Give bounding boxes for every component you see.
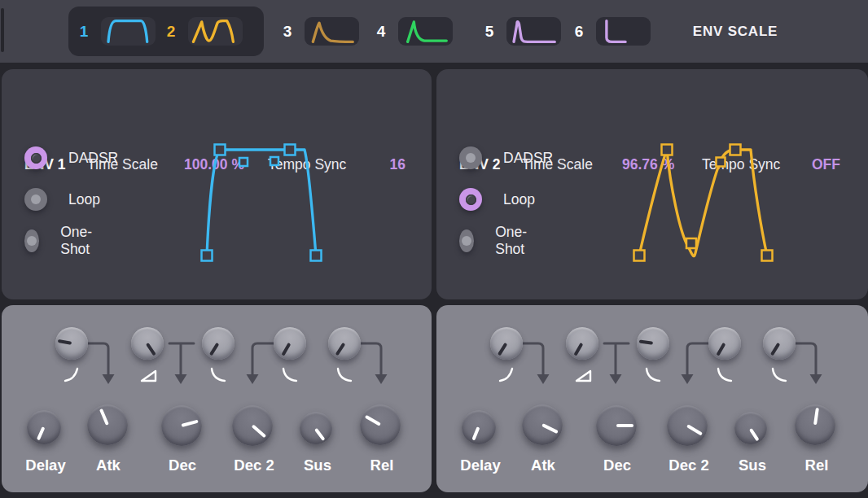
tab-number: 6 — [572, 23, 586, 41]
decay2-label: Dec 2 — [669, 455, 708, 476]
env1-thumbnail[interactable] — [101, 17, 156, 46]
curve-handle[interactable] — [285, 145, 296, 155]
env1-attack-knob[interactable] — [87, 404, 128, 445]
env2-delay-knob[interactable] — [462, 410, 496, 444]
env1-sustain-knob[interactable] — [300, 412, 332, 444]
mode-dadsr[interactable]: DADSR — [24, 146, 118, 169]
env1-decay-knob[interactable] — [161, 405, 202, 446]
curve-handle[interactable] — [202, 251, 213, 261]
radio-button[interactable] — [459, 229, 474, 252]
knob-pointer — [37, 426, 45, 440]
mode-one-shot[interactable]: One-Shot — [24, 229, 100, 252]
curve-handle[interactable] — [686, 238, 696, 248]
env-tab-3[interactable]: 3 — [280, 0, 359, 63]
env4-mini-curve — [408, 22, 447, 42]
curve-handle[interactable] — [311, 251, 322, 261]
mode-label: One-Shot — [60, 224, 100, 258]
env-tab-1[interactable]: 1 — [77, 0, 156, 63]
delay-label: Delay — [460, 455, 500, 476]
env1-curve-knob-2[interactable] — [131, 327, 164, 360]
curve-handle[interactable] — [634, 251, 645, 261]
release-label: Rel — [370, 455, 394, 476]
knob-pointer — [315, 428, 326, 441]
tempo-sync-value[interactable]: 16 — [390, 154, 406, 175]
mode-label: Loop — [68, 191, 100, 208]
decay-curve-icon — [773, 369, 786, 381]
radio-button[interactable] — [24, 146, 47, 169]
down-arrow-icon — [682, 374, 694, 384]
env6-thumbnail[interactable] — [596, 17, 651, 46]
attack-label: Atk — [531, 455, 555, 476]
env1-curve-knob-5[interactable] — [328, 327, 361, 360]
env1-curve — [207, 150, 316, 256]
env4-thumbnail[interactable] — [398, 17, 453, 46]
env-tab-2[interactable]: 2 — [164, 0, 243, 63]
env3-mini-curve — [313, 23, 353, 42]
env2-decay2-knob[interactable] — [667, 405, 708, 446]
knob-pointer — [146, 343, 156, 356]
down-arrow-icon — [175, 374, 187, 384]
radio-button[interactable] — [24, 229, 39, 252]
radio-button[interactable] — [459, 146, 482, 169]
mode-label: DADSR — [68, 150, 118, 167]
curve-handle[interactable] — [239, 158, 248, 166]
curve-handle[interactable] — [730, 145, 741, 155]
down-arrow-icon — [375, 374, 388, 384]
knob-pointer — [99, 408, 109, 426]
env2-mini-curve — [193, 21, 233, 42]
env2-release-knob[interactable] — [795, 404, 835, 445]
env1-curve-knob-4[interactable] — [274, 327, 306, 360]
knob-pointer — [498, 343, 507, 356]
env2-curve-editor[interactable] — [616, 138, 778, 269]
env2-panel: ENV 2 Time Scale 96.76 % Tempo Sync OFF … — [436, 69, 868, 299]
attack-curve-icon — [500, 369, 512, 381]
decay-curve-icon — [718, 369, 731, 381]
curve-handle[interactable] — [762, 251, 773, 261]
env1-curve-editor[interactable] — [181, 138, 344, 269]
curve-handle[interactable] — [717, 158, 726, 167]
env-tab-5[interactable]: 5 — [482, 0, 561, 63]
decay2-label: Dec 2 — [234, 455, 274, 476]
env2-sustain-knob[interactable] — [734, 412, 767, 444]
env5-thumbnail[interactable] — [506, 17, 561, 46]
tempo-sync-value[interactable]: OFF — [812, 154, 840, 175]
down-arrow-icon — [103, 374, 115, 384]
env3-thumbnail[interactable] — [305, 17, 359, 46]
env1-delay-knob[interactable] — [27, 410, 61, 444]
env-scale-button[interactable]: ENV SCALE — [682, 0, 788, 63]
tab-number: 4 — [374, 23, 388, 41]
curve-handle[interactable] — [215, 145, 226, 155]
env2-attack-knob[interactable] — [522, 404, 563, 445]
left-accent-bar — [1, 8, 4, 52]
env2-curve-knob-4[interactable] — [708, 327, 741, 360]
env2-curve-knob-1[interactable] — [490, 327, 523, 360]
down-arrow-icon — [810, 374, 822, 384]
knob-pointer — [365, 415, 381, 426]
knob-pointer — [770, 343, 780, 356]
env2-thumbnail[interactable] — [188, 17, 243, 46]
knob-pointer — [541, 423, 559, 434]
env1-decay2-knob[interactable] — [232, 405, 273, 446]
curve-handle[interactable] — [270, 157, 278, 165]
attack-curve-icon — [65, 369, 77, 381]
mode-loop[interactable]: Loop — [24, 188, 100, 211]
mode-dadsr[interactable]: DADSR — [459, 146, 553, 169]
knob-pointer — [335, 343, 345, 356]
env2-curve-knob-2[interactable] — [566, 327, 598, 360]
env2-curve-knob-3[interactable] — [637, 327, 669, 360]
env1-curve-knob-1[interactable] — [55, 327, 88, 360]
mode-loop[interactable]: Loop — [459, 188, 535, 211]
env-tab-6[interactable]: 6 — [572, 0, 651, 63]
env2-decay-knob[interactable] — [596, 405, 637, 446]
env2-curve-knob-5[interactable] — [763, 327, 796, 360]
knob-pointer — [813, 408, 819, 425]
curve-handle[interactable] — [662, 145, 673, 155]
env1-curve-knob-3[interactable] — [202, 327, 235, 360]
decay-curve-icon — [212, 369, 225, 381]
env-tab-4[interactable]: 4 — [374, 0, 453, 63]
mode-one-shot[interactable]: One-Shot — [459, 229, 535, 252]
radio-button[interactable] — [24, 188, 47, 211]
radio-button[interactable] — [459, 188, 482, 211]
decay-curve-icon — [338, 369, 351, 381]
env1-release-knob[interactable] — [360, 404, 401, 445]
